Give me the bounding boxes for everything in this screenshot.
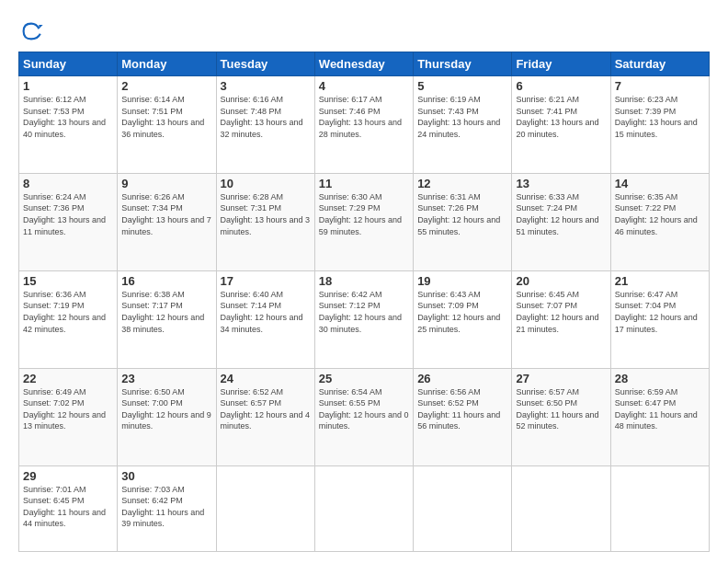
day-info: Sunrise: 6:16 AMSunset: 7:48 PMDaylight:… (221, 94, 311, 140)
day-number: 29 (23, 469, 113, 483)
calendar-cell: 22Sunrise: 6:49 AMSunset: 7:02 PMDayligh… (19, 368, 118, 465)
day-info: Sunrise: 6:38 AMSunset: 7:17 PMDaylight:… (121, 289, 211, 335)
calendar-cell: 8Sunrise: 6:24 AMSunset: 7:36 PMDaylight… (19, 173, 118, 270)
day-info: Sunrise: 6:42 AMSunset: 7:12 PMDaylight:… (319, 289, 409, 335)
header-cell-tuesday: Tuesday (216, 52, 314, 76)
day-number: 17 (221, 274, 311, 288)
calendar-cell: 28Sunrise: 6:59 AMSunset: 6:47 PMDayligh… (610, 368, 709, 465)
day-number: 28 (615, 372, 705, 385)
day-number: 13 (516, 177, 606, 190)
day-info: Sunrise: 6:30 AMSunset: 7:29 PMDaylight:… (319, 191, 409, 237)
calendar-week-4: 22Sunrise: 6:49 AMSunset: 7:02 PMDayligh… (19, 368, 710, 465)
calendar-body: 1Sunrise: 6:12 AMSunset: 7:53 PMDaylight… (19, 76, 710, 552)
day-info: Sunrise: 6:35 AMSunset: 7:22 PMDaylight:… (615, 191, 705, 237)
day-info: Sunrise: 6:54 AMSunset: 6:55 PMDaylight:… (319, 386, 409, 432)
calendar-cell: 12Sunrise: 6:31 AMSunset: 7:26 PMDayligh… (414, 173, 512, 270)
day-number: 24 (221, 372, 311, 385)
day-info: Sunrise: 7:03 AMSunset: 6:42 PMDaylight:… (121, 484, 211, 530)
calendar-cell: 3Sunrise: 6:16 AMSunset: 7:48 PMDaylight… (216, 76, 314, 174)
calendar-cell (414, 465, 512, 551)
day-info: Sunrise: 6:47 AMSunset: 7:04 PMDaylight:… (615, 289, 705, 335)
calendar-cell: 15Sunrise: 6:36 AMSunset: 7:19 PMDayligh… (19, 270, 118, 368)
day-number: 7 (615, 79, 705, 93)
day-number: 1 (23, 79, 113, 93)
day-info: Sunrise: 6:26 AMSunset: 7:34 PMDaylight:… (121, 191, 211, 237)
calendar-cell: 2Sunrise: 6:14 AMSunset: 7:51 PMDaylight… (118, 76, 216, 174)
day-info: Sunrise: 6:43 AMSunset: 7:09 PMDaylight:… (417, 289, 507, 335)
logo-icon (18, 18, 44, 44)
day-number: 8 (23, 177, 113, 190)
svg-rect-0 (18, 18, 44, 44)
day-number: 12 (417, 177, 507, 190)
calendar-cell (314, 465, 413, 551)
calendar-cell: 30Sunrise: 7:03 AMSunset: 6:42 PMDayligh… (118, 465, 216, 551)
calendar-week-3: 15Sunrise: 6:36 AMSunset: 7:19 PMDayligh… (19, 270, 710, 368)
header-cell-wednesday: Wednesday (314, 52, 413, 76)
day-number: 3 (221, 79, 311, 93)
calendar-cell: 17Sunrise: 6:40 AMSunset: 7:14 PMDayligh… (216, 270, 314, 368)
day-info: Sunrise: 6:24 AMSunset: 7:36 PMDaylight:… (23, 191, 113, 237)
calendar-week-1: 1Sunrise: 6:12 AMSunset: 7:53 PMDaylight… (19, 76, 710, 174)
calendar-cell: 24Sunrise: 6:52 AMSunset: 6:57 PMDayligh… (216, 368, 314, 465)
day-number: 22 (23, 372, 113, 385)
day-number: 9 (121, 177, 211, 190)
calendar-cell: 21Sunrise: 6:47 AMSunset: 7:04 PMDayligh… (610, 270, 709, 368)
calendar-cell: 26Sunrise: 6:56 AMSunset: 6:52 PMDayligh… (414, 368, 512, 465)
header-cell-monday: Monday (118, 52, 216, 76)
calendar-cell: 23Sunrise: 6:50 AMSunset: 7:00 PMDayligh… (118, 368, 216, 465)
calendar-cell: 5Sunrise: 6:19 AMSunset: 7:43 PMDaylight… (414, 76, 512, 174)
day-info: Sunrise: 6:36 AMSunset: 7:19 PMDaylight:… (23, 289, 113, 335)
calendar-cell: 11Sunrise: 6:30 AMSunset: 7:29 PMDayligh… (314, 173, 413, 270)
day-number: 30 (121, 469, 211, 483)
calendar-cell: 4Sunrise: 6:17 AMSunset: 7:46 PMDaylight… (314, 76, 413, 174)
calendar-cell: 18Sunrise: 6:42 AMSunset: 7:12 PMDayligh… (314, 270, 413, 368)
header-cell-sunday: Sunday (19, 52, 118, 76)
day-info: Sunrise: 6:14 AMSunset: 7:51 PMDaylight:… (121, 94, 211, 140)
day-info: Sunrise: 6:33 AMSunset: 7:24 PMDaylight:… (516, 191, 606, 237)
header-cell-thursday: Thursday (414, 52, 512, 76)
day-number: 27 (516, 372, 606, 385)
calendar-cell (512, 465, 610, 551)
day-info: Sunrise: 6:49 AMSunset: 7:02 PMDaylight:… (23, 386, 113, 432)
day-number: 26 (417, 372, 507, 385)
day-number: 4 (319, 79, 409, 93)
day-number: 5 (417, 79, 507, 93)
day-info: Sunrise: 6:28 AMSunset: 7:31 PMDaylight:… (221, 191, 311, 237)
day-info: Sunrise: 6:52 AMSunset: 6:57 PMDaylight:… (221, 386, 311, 432)
day-number: 25 (319, 372, 409, 385)
day-number: 23 (121, 372, 211, 385)
day-info: Sunrise: 6:17 AMSunset: 7:46 PMDaylight:… (319, 94, 409, 140)
day-number: 10 (221, 177, 311, 190)
calendar-cell: 27Sunrise: 6:57 AMSunset: 6:50 PMDayligh… (512, 368, 610, 465)
day-info: Sunrise: 6:56 AMSunset: 6:52 PMDaylight:… (417, 386, 507, 432)
day-number: 2 (121, 79, 211, 93)
day-number: 15 (23, 274, 113, 288)
header (18, 15, 710, 44)
calendar-cell: 13Sunrise: 6:33 AMSunset: 7:24 PMDayligh… (512, 173, 610, 270)
calendar-week-5: 29Sunrise: 7:01 AMSunset: 6:45 PMDayligh… (19, 465, 710, 551)
calendar-cell: 16Sunrise: 6:38 AMSunset: 7:17 PMDayligh… (118, 270, 216, 368)
calendar-cell: 10Sunrise: 6:28 AMSunset: 7:31 PMDayligh… (216, 173, 314, 270)
day-number: 16 (121, 274, 211, 288)
day-info: Sunrise: 6:59 AMSunset: 6:47 PMDaylight:… (615, 386, 705, 432)
calendar-header: SundayMondayTuesdayWednesdayThursdayFrid… (19, 52, 710, 76)
calendar-cell: 1Sunrise: 6:12 AMSunset: 7:53 PMDaylight… (19, 76, 118, 174)
day-info: Sunrise: 6:50 AMSunset: 7:00 PMDaylight:… (121, 386, 211, 432)
day-info: Sunrise: 6:40 AMSunset: 7:14 PMDaylight:… (221, 289, 311, 335)
calendar: SundayMondayTuesdayWednesdayThursdayFrid… (18, 52, 710, 552)
calendar-cell: 19Sunrise: 6:43 AMSunset: 7:09 PMDayligh… (414, 270, 512, 368)
logo (18, 18, 48, 44)
day-number: 19 (417, 274, 507, 288)
day-number: 20 (516, 274, 606, 288)
calendar-cell (610, 465, 709, 551)
calendar-cell: 9Sunrise: 6:26 AMSunset: 7:34 PMDaylight… (118, 173, 216, 270)
calendar-cell: 20Sunrise: 6:45 AMSunset: 7:07 PMDayligh… (512, 270, 610, 368)
day-number: 18 (319, 274, 409, 288)
day-number: 6 (516, 79, 606, 93)
calendar-cell (216, 465, 314, 551)
calendar-cell: 25Sunrise: 6:54 AMSunset: 6:55 PMDayligh… (314, 368, 413, 465)
day-info: Sunrise: 6:19 AMSunset: 7:43 PMDaylight:… (417, 94, 507, 140)
day-number: 21 (615, 274, 705, 288)
day-info: Sunrise: 6:31 AMSunset: 7:26 PMDaylight:… (417, 191, 507, 237)
day-info: Sunrise: 6:23 AMSunset: 7:39 PMDaylight:… (615, 94, 705, 140)
